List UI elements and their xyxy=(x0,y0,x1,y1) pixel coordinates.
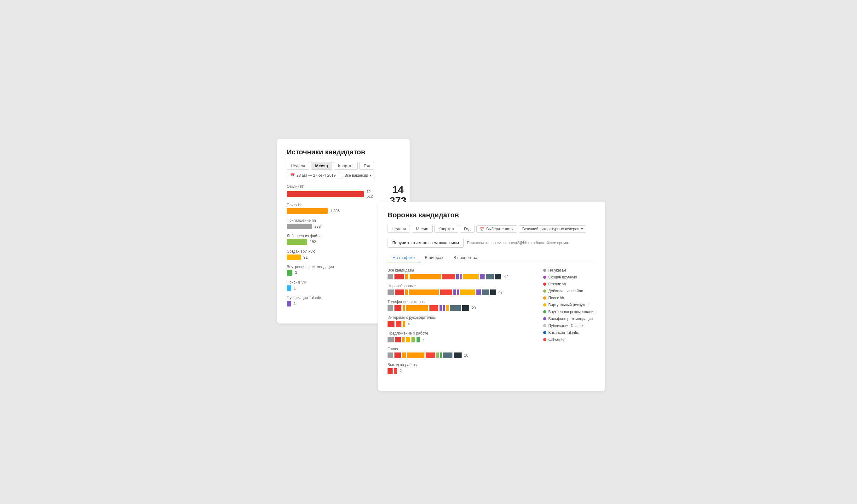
source-label: Создан вручную xyxy=(287,249,377,254)
funnel-bar-segment xyxy=(439,305,442,311)
legend-dot xyxy=(543,303,546,306)
legend-dot xyxy=(543,331,546,334)
legend-item: Отклик hh xyxy=(543,282,595,286)
sources-vacancies-select[interactable]: Все вакансии xyxy=(341,172,375,179)
source-label: Добавлен из файла xyxy=(287,234,377,238)
funnel-tab-quarter[interactable]: Квартал xyxy=(435,225,458,233)
bar-count: 1 305 xyxy=(330,209,340,213)
legend-dot xyxy=(543,297,546,300)
funnel-row-label: Все кандидаты xyxy=(388,268,537,272)
legend-label: Поиск hh xyxy=(548,296,564,300)
funnel-bar-segment xyxy=(476,289,481,295)
funnel-bar-segment xyxy=(388,368,392,374)
funnel-bar-segment xyxy=(405,274,408,280)
funnel-bar-segment xyxy=(462,305,469,311)
funnel-bar-segment xyxy=(406,305,428,311)
funnel-bar-segment xyxy=(409,274,441,280)
funnel-bar-segment xyxy=(388,352,393,358)
funnel-count: 47 xyxy=(504,274,508,279)
bar-row: 91 xyxy=(287,254,377,260)
funnel-count: 4 xyxy=(408,322,410,326)
funnel-bar-segment xyxy=(388,289,394,295)
funnel-row: Телефонное интервью 23 xyxy=(388,300,537,311)
bar-row: 3 xyxy=(287,270,377,275)
source-row: Поиск hh 1 305 xyxy=(287,203,377,214)
funnel-bar-segment xyxy=(463,274,478,280)
bar-row: 182 xyxy=(287,239,377,245)
source-label: Поиск hh xyxy=(287,203,377,207)
legend-item: Вакансия Talantix xyxy=(543,331,595,335)
funnel-date-range[interactable]: 📅 Выберите даты xyxy=(476,225,517,233)
funnel-count: 2 xyxy=(400,369,402,373)
funnel-bar-segment xyxy=(388,337,394,342)
legend-item: Добавлен из файла xyxy=(543,289,595,293)
bar-track xyxy=(287,285,291,291)
tab-month[interactable]: Месяц xyxy=(311,162,332,170)
tab-year[interactable]: Год xyxy=(359,162,374,170)
funnel-tab-year[interactable]: Год xyxy=(460,225,475,233)
legend-label: Виртуальный рекрутер xyxy=(548,303,589,307)
legend-item: Поиск hh xyxy=(543,296,595,300)
bar-track xyxy=(287,191,364,197)
legend-dot xyxy=(543,275,546,279)
bar-row: 12 512 xyxy=(287,190,377,199)
funnel-bar-segment xyxy=(443,352,452,358)
funnel-bar-segment xyxy=(446,305,449,311)
funnel-row-label: Интервью с руководителем xyxy=(388,315,537,320)
source-row: Отклик hh 12 512 xyxy=(287,184,377,199)
legend-label: Добавлен из файла xyxy=(548,289,583,293)
source-row: Внутренняя рекомендация 3 xyxy=(287,265,377,275)
funnel-bar-segment xyxy=(388,305,393,311)
source-row: Создан вручную 91 xyxy=(287,249,377,260)
funnel-count: 47 xyxy=(499,290,503,295)
funnel-row-label: Предложение о работе xyxy=(388,331,537,335)
funnel-bar-segment xyxy=(403,305,405,311)
funnel-bar-segment xyxy=(450,305,461,311)
funnel-vacancy-select[interactable]: Ведущий литературных вечеров xyxy=(519,225,586,233)
funnel-row-label: Отказ xyxy=(388,347,537,351)
legend-dot xyxy=(543,310,546,314)
tab-quarter[interactable]: Квартал xyxy=(334,162,358,170)
report-info: Пришлем .xls на ev.nazarova2@hh.ru в бли… xyxy=(467,241,569,245)
sources-date-range[interactable]: 📅 28 авг — 27 сент 2019 xyxy=(287,172,339,179)
report-button[interactable]: Получить отчет по всем вакансиям xyxy=(388,238,464,248)
funnel-bar-segment xyxy=(388,321,394,327)
bar-count: 91 xyxy=(303,255,307,259)
funnel-count: 7 xyxy=(422,337,424,342)
funnel-controls: Неделя Месяц Квартал Год 📅 Выберите даты… xyxy=(388,225,595,233)
funnel-bar-row: 47 xyxy=(388,274,537,280)
funnel-bar-segment xyxy=(495,274,501,280)
funnel-tab-week[interactable]: Неделя xyxy=(388,225,410,233)
funnel-count: 23 xyxy=(472,306,476,310)
funnel-bar-segment xyxy=(460,289,475,295)
funnel-body: Все кандидаты 47 Неразобранные 47 Телефо… xyxy=(388,268,595,378)
funnel-bar-segment xyxy=(490,289,496,295)
source-row: Приглашение hh 278 xyxy=(287,218,377,229)
bar-count: 1 xyxy=(293,301,296,306)
view-tab-numbers[interactable]: В цифрах xyxy=(420,253,448,263)
view-tabs: На графике В цифрах В процентах xyxy=(388,253,595,263)
funnel-bar-segment xyxy=(395,337,401,342)
funnel-bar-segment xyxy=(394,352,401,358)
funnel-bar-segment xyxy=(409,289,439,295)
funnel-header: Воронка кандидатов xyxy=(388,211,595,219)
funnel-bar-segment xyxy=(454,352,461,358)
legend-dot xyxy=(543,324,546,327)
funnel-bar-segment xyxy=(411,337,415,342)
legend-dot xyxy=(543,289,546,292)
view-tab-percent[interactable]: В процентах xyxy=(448,253,482,263)
funnel-row-label: Телефонное интервью xyxy=(388,300,537,304)
funnel-tab-month[interactable]: Месяц xyxy=(412,225,432,233)
view-tab-graph[interactable]: На графике xyxy=(388,253,420,263)
bar-track xyxy=(287,239,307,245)
funnel-row: Предложение о работе 7 xyxy=(388,331,537,342)
funnel-bar-segment xyxy=(394,305,401,311)
funnel-bar-segment xyxy=(402,337,405,342)
funnel-bar-segment xyxy=(394,368,397,374)
funnel-bar-segment xyxy=(442,274,455,280)
sources-period-tabs: Неделя Месяц Квартал Год 📅 28 авг — 27 с… xyxy=(287,162,400,179)
calendar-icon-2: 📅 xyxy=(480,227,485,231)
tab-week[interactable]: Неделя xyxy=(287,162,309,170)
legend-label: Внутренняя рекомендация xyxy=(548,310,595,314)
funnel-row: Неразобранные 47 xyxy=(388,284,537,295)
